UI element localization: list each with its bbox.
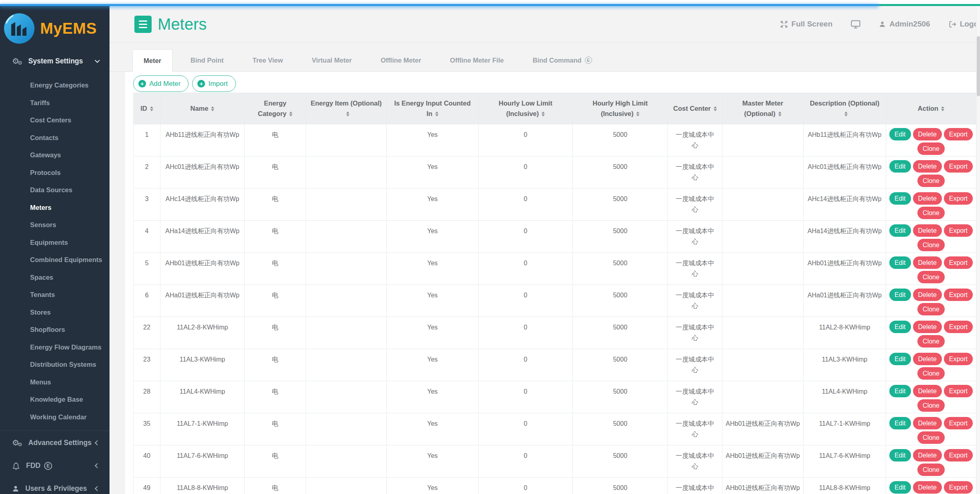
clone-button[interactable]: Clone [917,431,945,444]
column-header[interactable]: Hourly Low Limit (Inclusive) [479,93,573,124]
export-button[interactable]: Export [944,385,973,397]
column-header[interactable]: Hourly High Limit (Inclusive) [573,93,668,124]
sidebar-section-advanced-settings[interactable]: ⚙⚙ Advanced Settings [0,431,110,454]
sidebar-menu-item[interactable]: Energy Categories [0,77,110,94]
delete-button[interactable]: Delete [913,321,942,333]
export-button[interactable]: Export [944,417,973,429]
sidebar-menu-item[interactable]: Working Calendar [0,409,110,426]
monitor-button[interactable] [851,20,860,28]
edit-button[interactable]: Edit [889,417,911,429]
sort-icon[interactable] [778,110,781,118]
sidebar-menu-item[interactable]: Energy Flow Diagrams [0,339,110,356]
edit-button[interactable]: Edit [889,289,911,301]
sort-icon[interactable] [636,110,639,118]
sort-icon[interactable] [542,110,545,118]
tab[interactable]: Virtual Meter [301,49,363,71]
sidebar-menu-item[interactable]: Protocols [0,164,110,182]
edit-button[interactable]: Edit [889,385,911,397]
export-button[interactable]: Export [944,353,973,365]
clone-button[interactable]: Clone [917,464,945,476]
sidebar-menu-item[interactable]: Knowledge Base [0,391,110,409]
edit-button[interactable]: Edit [889,160,911,173]
delete-button[interactable]: Delete [913,481,942,494]
clone-button[interactable]: Clone [917,399,945,412]
tab[interactable]: Bind Point [180,49,234,71]
sidebar-menu-item[interactable]: Combined Equipments [0,251,110,269]
user-menu[interactable]: Admin2506 [879,20,930,28]
column-header[interactable]: Description (Optional) [803,93,886,124]
clone-button[interactable]: Clone [917,239,945,251]
sidebar-menu-item[interactable]: Tariffs [0,94,110,112]
sidebar-menu-item[interactable]: Sensors [0,216,110,234]
edit-button[interactable]: Edit [889,449,911,461]
delete-button[interactable]: Delete [913,256,942,269]
sort-icon[interactable] [211,105,214,113]
export-button[interactable]: Export [944,481,973,494]
tab[interactable]: Offline Meter File [439,49,515,71]
export-button[interactable]: Export [944,289,973,301]
tab[interactable]: Offline Meter [370,49,432,71]
sort-icon[interactable] [941,105,944,113]
delete-button[interactable]: Delete [913,192,942,205]
edit-button[interactable]: Edit [889,128,911,140]
sidebar-menu-item[interactable]: Gateways [0,146,110,164]
delete-button[interactable]: Delete [913,224,942,237]
import-button[interactable]: + Import [192,75,235,92]
clone-button[interactable]: Clone [917,271,945,283]
sidebar-menu-item[interactable]: Shopfloors [0,321,110,339]
add-meter-button[interactable]: + Add Meter [133,75,189,92]
sort-icon[interactable] [150,105,153,113]
export-button[interactable]: Export [944,256,973,269]
sidebar-section-system-settings[interactable]: ⚙⚙ System Settings [0,51,110,71]
logout-button[interactable]: Logout [949,20,980,28]
delete-button[interactable]: Delete [913,385,942,397]
column-header[interactable]: Master Meter (Optional) [722,93,803,124]
clone-button[interactable]: Clone [917,335,945,348]
tab[interactable]: Meter [132,49,172,72]
column-header[interactable]: Name [160,93,245,124]
vertical-scrollbar[interactable] [976,6,980,494]
sidebar-menu-item[interactable]: Cost Centers [0,112,110,129]
clone-button[interactable]: Clone [917,367,945,380]
sidebar-section-fdd[interactable]: FDD E [0,454,110,477]
export-button[interactable]: Export [944,449,973,461]
sidebar-menu-item[interactable]: Distribution Systems [0,356,110,374]
fullscreen-button[interactable]: Full Screen [780,20,832,28]
export-button[interactable]: Export [944,128,973,140]
edit-button[interactable]: Edit [889,481,911,494]
edit-button[interactable]: Edit [889,224,911,237]
column-header[interactable]: Energy Item (Optional) [306,93,387,124]
column-header[interactable]: Energy Category [245,93,306,124]
delete-button[interactable]: Delete [913,160,942,173]
clone-button[interactable]: Clone [917,142,945,155]
sidebar-menu-item[interactable]: Stores [0,304,110,321]
delete-button[interactable]: Delete [913,353,942,365]
clone-button[interactable]: Clone [917,175,945,187]
delete-button[interactable]: Delete [913,449,942,461]
brand-logo[interactable]: MyEMS [0,6,110,51]
sort-icon[interactable] [844,110,848,118]
sidebar-section-users-privileges[interactable]: Users & Privileges [0,477,110,494]
sort-icon[interactable] [289,110,292,118]
sort-icon[interactable] [714,105,717,113]
export-button[interactable]: Export [944,192,973,205]
clone-button[interactable]: Clone [917,207,945,219]
column-header[interactable]: Cost Center [668,93,722,124]
edit-button[interactable]: Edit [889,321,911,333]
export-button[interactable]: Export [944,321,973,333]
sidebar-toggle-button[interactable] [134,16,152,33]
sidebar-menu-item[interactable]: Menus [0,374,110,391]
edit-button[interactable]: Edit [889,353,911,365]
sort-icon[interactable] [346,110,349,118]
sidebar-menu-item[interactable]: Equipments [0,234,110,252]
column-header[interactable]: Action [886,93,976,124]
sort-icon[interactable] [435,110,438,118]
export-button[interactable]: Export [944,224,973,237]
export-button[interactable]: Export [944,160,973,173]
sidebar-menu-item[interactable]: Data Sources [0,181,110,199]
tab[interactable]: Bind Command E [522,49,603,71]
sidebar-menu-item[interactable]: Tenants [0,286,110,304]
sidebar-menu-item[interactable]: Meters [0,199,110,217]
column-header[interactable]: ID [134,93,160,124]
scrollbar-thumb[interactable] [977,36,980,96]
